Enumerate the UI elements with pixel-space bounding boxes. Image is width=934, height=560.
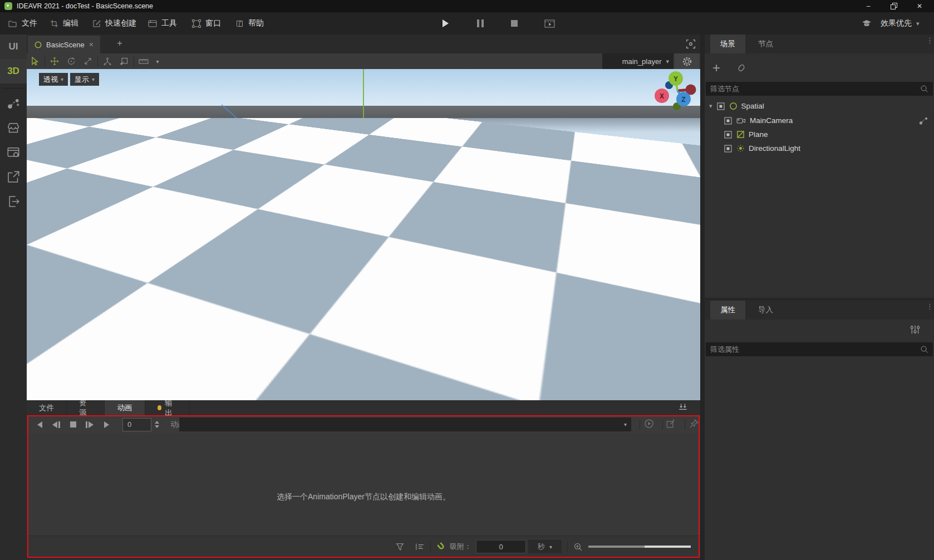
scale-tool-button[interactable]: [80, 54, 96, 68]
tab-close-icon[interactable]: ×: [89, 40, 94, 49]
perspective-dropdown[interactable]: 透视 ▾: [39, 73, 68, 86]
tab-scene[interactable]: 场景: [710, 35, 745, 53]
camera-link-button[interactable]: [918, 116, 928, 126]
play-backwards-button[interactable]: [31, 417, 48, 432]
node-filter-search[interactable]: [706, 82, 933, 96]
property-filter-search[interactable]: [706, 342, 933, 356]
animation-panel: 动画 ▾ 选择一个AnimationPlayer节点以创建和编辑动画。: [27, 415, 700, 557]
tree-row-spatial[interactable]: ▾ Spatial: [705, 99, 934, 113]
rect-scale-tool-button[interactable]: [116, 54, 132, 68]
play-backwards-icon: [37, 421, 42, 428]
anim-stop-button[interactable]: [65, 417, 81, 432]
fullscreen-toggle-button[interactable]: [686, 39, 696, 49]
move-icon: [50, 57, 59, 66]
visibility-box-icon[interactable]: [724, 130, 733, 139]
stop-button[interactable]: [503, 12, 525, 35]
snap-value-input[interactable]: [476, 540, 526, 553]
display-dropdown[interactable]: 显示 ▾: [70, 73, 99, 86]
animation-bottom-bar: 吸附： 秒 ▾: [27, 536, 700, 557]
node-name: DirectionalLight: [749, 144, 800, 153]
property-filter-input[interactable]: [710, 345, 916, 353]
play-button[interactable]: [434, 12, 456, 35]
tab-files[interactable]: 文件: [27, 400, 67, 415]
node-name: Plane: [749, 130, 768, 139]
menu-quick-create[interactable]: 快速创建: [92, 12, 136, 35]
rotate-tool-button[interactable]: [63, 54, 80, 68]
menu-edit[interactable]: 编辑: [50, 12, 78, 35]
tab-output[interactable]: 输出: [145, 400, 190, 415]
close-button[interactable]: ✕: [908, 0, 931, 12]
joint-tool-button[interactable]: [99, 54, 116, 68]
instance-scene-button[interactable]: [736, 62, 747, 73]
ruler-tool-button[interactable]: [135, 54, 152, 68]
tutorial-button[interactable]: [862, 12, 872, 35]
autoplay-button[interactable]: [643, 418, 655, 429]
menu-tools[interactable]: 工具: [148, 12, 177, 35]
mode-ui-button[interactable]: UI: [0, 35, 27, 59]
dock-panel-button[interactable]: [678, 403, 688, 412]
play-icon: [443, 19, 449, 27]
snap-unit-dropdown[interactable]: 秒 ▾: [528, 540, 562, 553]
timeline-zoom-slider[interactable]: [588, 546, 691, 548]
tab-resources[interactable]: 资源: [67, 400, 105, 415]
timeline-zoom-button[interactable]: [573, 542, 583, 552]
step-backward-button[interactable]: [48, 417, 65, 432]
tab-properties[interactable]: 属性: [710, 301, 745, 320]
asset-store-button[interactable]: [7, 121, 20, 135]
preview-camera-dropdown[interactable]: main_player ▾: [602, 53, 674, 69]
tree-row-maincamera[interactable]: MainCamera: [705, 114, 934, 127]
project-settings-button[interactable]: [7, 146, 20, 159]
mode-3d-button[interactable]: 3D: [0, 59, 27, 83]
menu-window[interactable]: 窗口: [192, 12, 221, 35]
edit-animation-button[interactable]: [666, 419, 676, 429]
ruler-options-dropdown[interactable]: ▾: [152, 54, 163, 68]
frame-number-input[interactable]: [122, 418, 151, 431]
frame-spinner[interactable]: [155, 421, 159, 428]
restore-button[interactable]: [883, 0, 905, 12]
tab-basicscene[interactable]: BasicScene ×: [28, 36, 100, 53]
tab-node[interactable]: 节点: [748, 35, 783, 53]
collapse-arrow-icon[interactable]: ▾: [709, 102, 712, 110]
new-tab-button[interactable]: +: [117, 38, 122, 49]
pin-button[interactable]: [689, 419, 699, 429]
edit-track-list-button[interactable]: [415, 542, 425, 551]
minimize-button[interactable]: –: [857, 0, 879, 12]
add-node-button[interactable]: +: [712, 60, 720, 76]
viewport-3d[interactable]: Y X Z 透视 ▾ 显示 ▾: [27, 69, 700, 400]
kebab-menu-icon[interactable]: ⋮: [926, 305, 933, 308]
visibility-box-icon[interactable]: [716, 102, 725, 111]
kebab-menu-icon[interactable]: ⋮: [926, 39, 933, 42]
move-tool-button[interactable]: [46, 54, 63, 68]
tab-import[interactable]: 导入: [748, 301, 783, 320]
animation-graph-button[interactable]: [7, 97, 20, 110]
search-icon: [920, 85, 928, 93]
animation-select-dropdown[interactable]: ▾: [179, 417, 631, 431]
sliders-icon: [910, 324, 921, 335]
inspector-tools-button[interactable]: [910, 324, 921, 335]
export-button[interactable]: [7, 170, 20, 184]
node-filter-input[interactable]: [710, 85, 916, 93]
snap-toggle-button[interactable]: [436, 542, 446, 552]
menu-file[interactable]: 文件: [8, 12, 37, 35]
viewport-settings-button[interactable]: [675, 53, 699, 69]
step-forward-button[interactable]: [81, 417, 98, 432]
pause-button[interactable]: [469, 12, 491, 35]
filter-tracks-button[interactable]: [395, 542, 405, 552]
visibility-box-icon[interactable]: [724, 144, 733, 153]
play-custom-scene-button[interactable]: [538, 12, 561, 35]
visibility-box-icon[interactable]: [724, 116, 733, 125]
tab-animation[interactable]: 动画: [105, 400, 145, 415]
quality-mode-dropdown[interactable]: 效果优先 ▾: [881, 12, 920, 35]
cursor-icon: [31, 57, 40, 66]
select-tool-button[interactable]: [27, 54, 43, 68]
link-chain-icon: [736, 62, 747, 73]
chevron-down-icon: ▾: [549, 544, 552, 550]
autoplay-icon: [643, 418, 655, 429]
menu-help[interactable]: 帮助: [235, 12, 264, 35]
panel-divider[interactable]: [700, 35, 705, 560]
anim-play-button[interactable]: [98, 417, 115, 432]
exit-button[interactable]: [7, 195, 20, 208]
tree-row-directionallight[interactable]: DirectionalLight: [705, 141, 934, 155]
window-frame-icon: [192, 19, 201, 28]
tree-row-plane[interactable]: Plane: [705, 127, 934, 141]
